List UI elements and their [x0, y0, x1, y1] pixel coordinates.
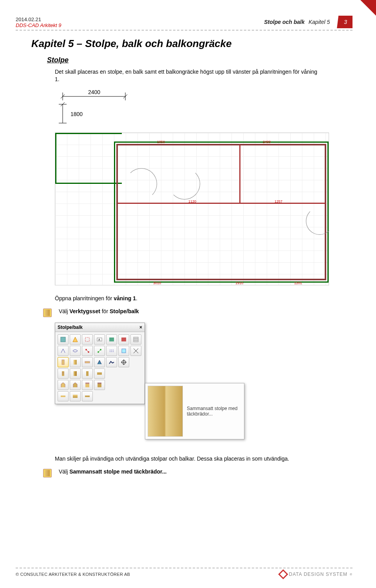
svg-rect-46 — [98, 383, 101, 384]
palette-btn[interactable] — [118, 334, 129, 345]
palette-btn[interactable] — [106, 357, 117, 367]
palette-btn[interactable] — [70, 391, 81, 401]
floorplan-canvas: 1850 2480 1120 1257 3010 1910 1201 — [55, 132, 329, 285]
header-product: DDS-CAD Arkitekt 9 — [16, 22, 61, 28]
svg-text:A: A — [98, 338, 100, 341]
svg-rect-10 — [85, 338, 89, 341]
page: 2014.02.21 DDS-CAD Arkitekt 9 Stolpe och… — [0, 0, 376, 477]
close-icon[interactable]: × — [139, 325, 142, 330]
header-chapter: Kapitel 5 — [309, 19, 330, 25]
toolbox-screenshot: Stolpe/balk × A — [55, 323, 290, 448]
text-fragment: . — [136, 295, 137, 301]
svg-rect-43 — [85, 383, 89, 387]
dim-small: 1910 — [235, 281, 243, 285]
svg-rect-45 — [98, 383, 101, 387]
page-header: 2014.02.21 DDS-CAD Arkitekt 9 Stolpe och… — [16, 16, 352, 31]
select-stolpe-text: Välj Sammansatt stolpe med täckbrädor... — [59, 468, 166, 475]
dimension-svg: 2400 1800 — [55, 89, 141, 124]
palette-btn[interactable] — [130, 334, 141, 345]
floorplan-figure: 1850 2480 1120 1257 3010 1910 1201 — [55, 132, 352, 285]
door-arc — [126, 168, 157, 200]
svg-rect-42 — [97, 372, 102, 375]
dim-small: 1120 — [188, 200, 196, 203]
palette-btn[interactable] — [82, 391, 93, 401]
svg-rect-44 — [85, 383, 89, 384]
registered-mark: ® — [350, 573, 352, 576]
palette-btn[interactable] — [94, 357, 105, 367]
door-arc — [169, 168, 200, 200]
svg-rect-49 — [73, 396, 78, 398]
dim-horiz: 2400 — [88, 89, 100, 95]
palette-btn[interactable] — [106, 346, 117, 356]
palette-btn[interactable] — [82, 380, 93, 390]
palette-btn[interactable] — [106, 334, 117, 345]
tool-tooltip: Sammansatt stolpe med täckbrädor... — [145, 383, 244, 439]
palette-btn[interactable] — [118, 357, 129, 367]
svg-rect-47 — [61, 396, 65, 397]
text-bold: Sammansatt stolpe med täckbrädor... — [69, 468, 166, 475]
header-left: 2014.02.21 DDS-CAD Arkitekt 9 — [16, 16, 61, 28]
dim-small: 2480 — [263, 140, 271, 144]
palette-btn[interactable] — [70, 380, 81, 390]
page-footer: © CONSULTEC ARKITEKTER & KONSTRUKTÖRER A… — [16, 568, 352, 578]
svg-rect-41 — [86, 371, 89, 376]
svg-rect-39 — [74, 371, 75, 376]
svg-line-23 — [98, 350, 101, 352]
palette-btn[interactable] — [58, 334, 69, 345]
palette-btn[interactable] — [82, 368, 93, 379]
palette-btn[interactable] — [58, 391, 69, 401]
wall-segment — [55, 133, 122, 184]
intro-paragraph: Det skall placeras en stolpe, en balk sa… — [55, 68, 317, 83]
distinguish-text: Man skiljer på invändiga och utvändiga s… — [55, 455, 317, 463]
footer-copyright: © CONSULTEC ARKITEKTER & KONSTRUKTÖRER A… — [16, 572, 130, 577]
palette-btn[interactable] — [70, 368, 81, 379]
toolset-icon — [43, 309, 52, 317]
palette-btn[interactable] — [94, 346, 105, 356]
svg-rect-15 — [134, 337, 138, 342]
header-right: Stolpe och balk Kapitel 5 3 — [264, 16, 352, 28]
svg-rect-14 — [121, 338, 126, 341]
palette-btn[interactable] — [118, 346, 129, 356]
palette-btn[interactable] — [70, 346, 81, 356]
palette-title-text: Stolpe/balk — [58, 325, 83, 330]
palette-btn[interactable] — [94, 368, 105, 379]
door-arc — [306, 207, 333, 235]
palette-btn[interactable] — [58, 368, 69, 379]
section-heading: Stolpe — [47, 56, 352, 64]
svg-rect-26 — [122, 349, 126, 353]
text-fragment: Öppna planritningen för — [55, 295, 114, 301]
text-fragment: Välj — [59, 308, 69, 314]
palette-btn-column[interactable] — [58, 357, 69, 367]
page-number-badge: 3 — [337, 16, 352, 28]
footer-brand: DATA DESIGN SYSTEM® — [280, 571, 352, 578]
palette-btn[interactable] — [70, 334, 81, 345]
palette-btn[interactable] — [70, 357, 81, 367]
svg-line-20 — [86, 350, 89, 352]
svg-rect-48 — [73, 395, 78, 396]
palette-btn[interactable] — [82, 346, 93, 356]
palette-btn[interactable] — [130, 346, 141, 356]
wall-segment — [114, 142, 329, 283]
palette-btn[interactable] — [94, 380, 105, 390]
header-doc-title: Stolpe och balk — [264, 19, 304, 25]
dim-small: 1201 — [294, 281, 302, 285]
wall-inner — [116, 144, 326, 145]
tooltip-label: Sammansatt stolpe med täckbrädor... — [187, 406, 242, 417]
page-corner-decoration — [360, 0, 376, 16]
text-bold: våning 1 — [114, 295, 136, 301]
svg-rect-29 — [62, 360, 64, 365]
palette-btn[interactable]: A — [94, 334, 105, 345]
dim-small: 1257 — [275, 200, 282, 203]
palette-btn[interactable] — [82, 357, 93, 367]
svg-rect-50 — [85, 396, 90, 397]
text-fragment: Välj — [59, 468, 69, 475]
svg-rect-40 — [75, 371, 77, 376]
palette-btn[interactable] — [82, 334, 93, 345]
chapter-heading: Kapitel 5 – Stolpe, balk och balkongräck… — [31, 38, 352, 50]
palette-titlebar: Stolpe/balk × — [55, 323, 145, 332]
svg-rect-13 — [109, 338, 114, 341]
wall-inner — [116, 144, 118, 280]
dim-small: 3010 — [153, 281, 161, 285]
palette-btn[interactable] — [58, 346, 69, 356]
palette-btn[interactable] — [58, 380, 69, 390]
